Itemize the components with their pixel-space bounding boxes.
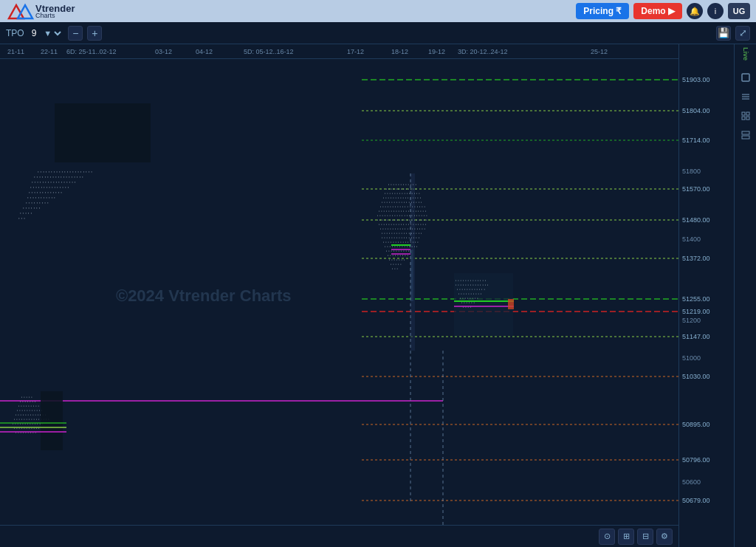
svg-rect-50 [410, 250, 413, 301]
user-button[interactable]: UG [728, 3, 750, 19]
svg-text:51219.00: 51219.00 [682, 308, 710, 315]
svg-text:50600: 50600 [682, 478, 701, 486]
lines-button[interactable] [738, 89, 754, 105]
grid-button-1[interactable]: ⊞ [618, 529, 634, 545]
svg-text:51480.00: 51480.00 [682, 216, 710, 224]
main-container: 21-11 22-11 6D: 25-11..02-12 03-12 04-12… [0, 44, 756, 547]
svg-rect-74 [41, 391, 63, 450]
decrease-button[interactable]: − [68, 26, 83, 41]
chart-toolbar: TPO 9 ▼ − + 💾 ⤢ [0, 22, 756, 44]
svg-text:51400: 51400 [682, 235, 701, 243]
logo-icon [6, 2, 32, 20]
svg-rect-114 [742, 136, 749, 139]
cursor-button[interactable] [738, 69, 754, 86]
demo-button[interactable]: Demo ▶ [633, 3, 682, 19]
svg-text:50895.00: 50895.00 [682, 421, 710, 428]
svg-text:51804.00: 51804.00 [682, 107, 710, 114]
svg-text:···················: ··················· [33, 174, 84, 179]
time-label-2: 22-11 [41, 48, 58, 55]
svg-text:50796.00: 50796.00 [682, 456, 710, 464]
price-axis: 51903.00 51804.00 51714.00 51800 51570.0… [678, 44, 734, 547]
time-label-3: 6D: 25-11..02-12 [66, 48, 117, 55]
svg-text:51147.00: 51147.00 [682, 333, 710, 340]
svg-text:·········: ········· [15, 430, 37, 435]
layers-button[interactable] [738, 127, 754, 143]
chart-svg: ····················· ··················… [0, 59, 678, 525]
time-label-7: 17-12 [347, 48, 364, 55]
svg-text:50679.00: 50679.00 [682, 497, 710, 504]
header-actions: Pricing ₹ Demo ▶ 🔔 i UG [576, 3, 750, 19]
svg-rect-64 [508, 299, 514, 309]
svg-text:51800: 51800 [682, 168, 701, 175]
svg-rect-112 [746, 117, 749, 120]
bottom-toolbar: ⊙ ⊞ ⊟ ⚙ [0, 525, 678, 547]
svg-text:·········: ········· [25, 200, 49, 205]
svg-text:·················: ················· [31, 179, 76, 185]
svg-text:51570.00: 51570.00 [682, 185, 710, 193]
svg-text:·····················: ····················· [37, 169, 93, 174]
tpo-dropdown[interactable]: ▼ [41, 28, 63, 38]
svg-rect-111 [742, 117, 745, 120]
bottom-right: ⊙ ⊞ ⊟ ⚙ [599, 529, 673, 545]
time-axis: 21-11 22-11 6D: 25-11..02-12 03-12 04-12… [0, 44, 678, 59]
svg-rect-113 [742, 131, 749, 134]
svg-text:51200: 51200 [682, 317, 701, 324]
svg-text:51372.00: 51372.00 [682, 255, 710, 262]
time-label-9: 19-12 [428, 48, 445, 55]
svg-text:·············: ············· [28, 190, 63, 195]
expand-button[interactable]: ⤢ [735, 26, 750, 41]
svg-text:·····: ····· [19, 210, 32, 216]
time-label-10: 3D: 20-12..24-12 [458, 48, 508, 55]
time-label-4: 03-12 [155, 48, 172, 55]
time-label-5: 04-12 [196, 48, 213, 55]
svg-text:51903.00: 51903.00 [682, 76, 710, 83]
target-button[interactable]: ⊙ [599, 529, 615, 545]
right-sidebar: Live [734, 44, 756, 547]
settings-button[interactable]: ⚙ [656, 529, 673, 545]
svg-text:51000: 51000 [682, 354, 701, 362]
chart-area[interactable]: 21-11 22-11 6D: 25-11..02-12 03-12 04-12… [0, 44, 678, 547]
svg-text:·······: ······· [22, 205, 41, 210]
grid-button[interactable] [738, 108, 754, 124]
time-label-8: 18-12 [391, 48, 408, 55]
svg-rect-28 [55, 103, 151, 162]
svg-text:51255.00: 51255.00 [682, 295, 710, 303]
live-label: Live [742, 47, 749, 61]
svg-rect-109 [742, 112, 745, 115]
svg-rect-105 [742, 74, 749, 81]
svg-text:51714.00: 51714.00 [682, 137, 710, 144]
time-label-6: 5D: 05-12..16-12 [244, 48, 294, 55]
logo-area: Vtrender Charts [6, 2, 75, 20]
bell-button[interactable]: 🔔 [687, 3, 703, 19]
save-button[interactable]: 💾 [716, 26, 731, 41]
price-axis-svg: 51903.00 51804.00 51714.00 51800 51570.0… [679, 59, 734, 525]
svg-text:51030.00: 51030.00 [682, 373, 710, 380]
svg-text:···: ··· [18, 216, 26, 221]
svg-rect-110 [746, 112, 749, 115]
time-label-1: 21-11 [7, 48, 24, 55]
svg-text:···············: ··············· [30, 185, 69, 190]
svg-text:···········: ··········· [27, 195, 56, 200]
toolbar-right: 💾 ⤢ [716, 26, 750, 41]
tpo-label: TPO [6, 28, 24, 38]
time-label-11: 25-12 [591, 48, 608, 55]
increase-button[interactable]: + [87, 26, 102, 41]
pricing-button[interactable]: Pricing ₹ [576, 3, 629, 19]
info-button[interactable]: i [707, 3, 724, 19]
svg-text:····: ···· [462, 305, 472, 309]
logo-text-container: Vtrender Charts [35, 4, 75, 19]
svg-text:···: ··· [391, 266, 399, 271]
header-bar: Vtrender Charts Pricing ₹ Demo ▶ 🔔 i UG [0, 0, 756, 22]
grid-button-2[interactable]: ⊟ [637, 529, 653, 545]
tpo-value: 9 [32, 28, 37, 38]
